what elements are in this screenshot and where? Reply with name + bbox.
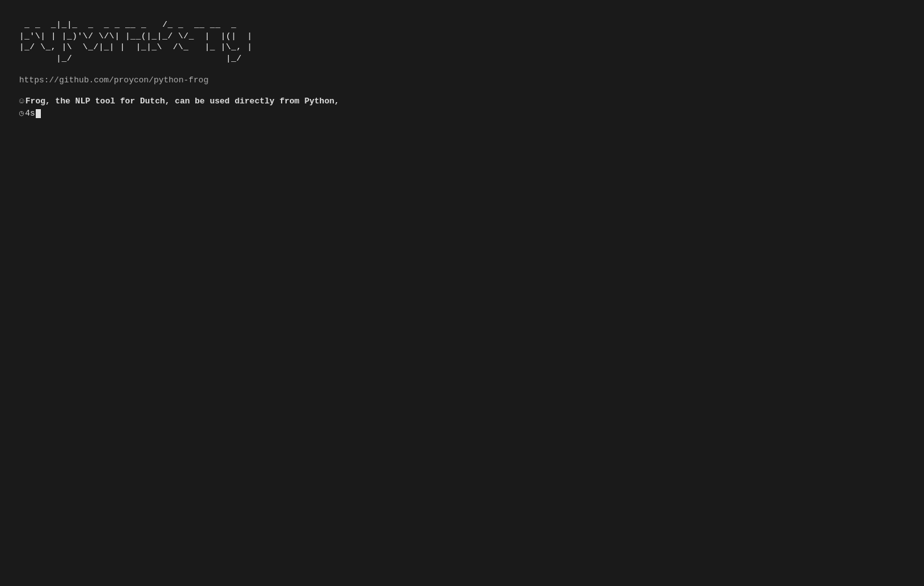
smiley-icon: ☺ xyxy=(19,96,24,106)
clock-icon: ◷ xyxy=(19,109,24,118)
timing-text: 4s xyxy=(25,109,35,118)
terminal-window: _ _ _|_|_ _ _ _ __ _ /_ _ __ __ _ |_'\| … xyxy=(0,0,924,586)
ascii-art-banner: _ _ _|_|_ _ _ _ __ _ /_ _ __ __ _ |_'\| … xyxy=(19,19,905,64)
github-url: https://github.com/proycon/python-frog xyxy=(19,75,905,85)
terminal-cursor xyxy=(36,109,41,118)
frog-description-text: Frog, the NLP tool for Dutch, can be use… xyxy=(26,96,339,106)
timing-line: ◷ 4s xyxy=(19,109,905,118)
frog-output-line: ☺ Frog, the NLP tool for Dutch, can be u… xyxy=(19,96,905,106)
